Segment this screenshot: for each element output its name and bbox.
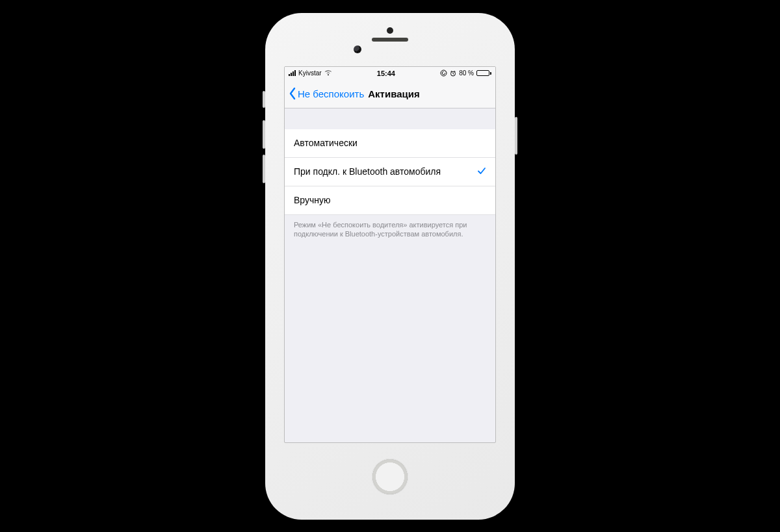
status-clock: 15:44 <box>377 70 395 77</box>
front-camera <box>354 45 361 53</box>
orientation-lock-icon <box>440 70 447 77</box>
proximity-sensor <box>387 27 393 34</box>
navigation-bar: Не беспокоить Активация <box>285 80 495 108</box>
wifi-icon <box>324 70 332 76</box>
section-footer-note: Режим «Не беспокоить водителя» активируе… <box>285 215 495 240</box>
group-spacer <box>285 108 495 129</box>
page-title: Активация <box>368 88 419 99</box>
option-manual[interactable]: Вручную <box>285 186 495 215</box>
alarm-icon <box>450 70 456 77</box>
carrier-label: Kyivstar <box>298 70 322 77</box>
battery-percent-label: 80 % <box>459 70 474 77</box>
volume-up-button <box>263 120 265 149</box>
volume-down-button <box>263 155 265 183</box>
status-bar: Kyivstar 15:44 80 % <box>285 67 495 80</box>
svg-point-0 <box>441 70 447 76</box>
option-label: Вручную <box>294 195 331 205</box>
option-bluetooth[interactable]: При подкл. к Bluetooth автомобиля <box>285 158 495 186</box>
iphone-device-frame: Kyivstar 15:44 80 % <box>265 13 515 520</box>
home-button[interactable] <box>372 459 408 495</box>
option-label: При подкл. к Bluetooth автомобиля <box>294 166 441 177</box>
battery-icon <box>476 70 491 76</box>
earpiece-speaker <box>372 38 408 42</box>
sensor-cluster <box>265 13 515 66</box>
chevron-left-icon <box>289 87 296 100</box>
back-button[interactable]: Не беспокоить <box>289 87 364 100</box>
screen: Kyivstar 15:44 80 % <box>284 66 496 443</box>
checkmark-icon <box>477 166 486 177</box>
power-button <box>515 117 517 155</box>
option-automatic[interactable]: Автоматически <box>285 129 495 158</box>
mute-switch <box>263 91 265 108</box>
back-label: Не беспокоить <box>298 88 364 99</box>
option-label: Автоматически <box>294 138 358 148</box>
cellular-signal-icon <box>289 70 296 76</box>
